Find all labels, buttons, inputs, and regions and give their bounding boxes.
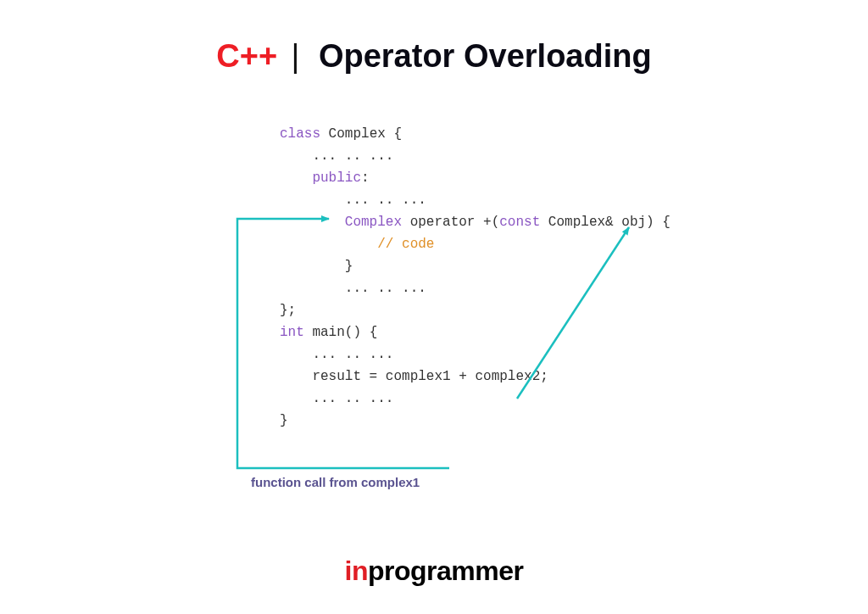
code-text: Complex { [320, 126, 402, 142]
code-line-1: class Complex { [280, 123, 670, 145]
annotation-text: function call from complex1 [251, 475, 420, 489]
footer-in: in [345, 555, 368, 586]
footer-logo: inprogrammer [0, 555, 868, 587]
title-separator: | [292, 38, 300, 74]
code-colon: : [361, 170, 370, 186]
code-indent [280, 170, 312, 186]
code-block: class Complex { ... .. ... public: ... .… [280, 123, 670, 432]
code-text: main() { [304, 325, 377, 340]
keyword-class: class [280, 126, 320, 142]
code-line-8: ... .. ... [280, 277, 670, 299]
title-prefix: C++ [216, 38, 277, 74]
keyword-const: const [499, 215, 540, 230]
code-text: Complex& obj) { [540, 215, 670, 230]
title-main: Operator Overloading [319, 38, 652, 74]
code-line-9: }; [280, 299, 670, 321]
code-line-12: ... .. ... [280, 343, 670, 366]
code-indent [280, 237, 377, 252]
code-line-4: ... .. ... [280, 189, 670, 211]
code-indent [280, 215, 345, 230]
code-line-3: public: [280, 167, 670, 189]
comment: // code [377, 237, 434, 252]
keyword-complex: Complex [345, 215, 402, 230]
keyword-public: public [312, 170, 361, 186]
code-line-15: } [280, 410, 670, 432]
footer-programmer: programmer [368, 555, 524, 586]
code-line-14: ... .. ... [280, 388, 670, 410]
keyword-int: int [280, 325, 304, 340]
code-line-7: } [280, 255, 670, 277]
code-line-5: Complex operator +(const Complex& obj) { [280, 211, 670, 233]
page-title: C++ | Operator Overloading [0, 38, 868, 75]
code-line-2: ... .. ... [280, 145, 670, 167]
code-line-11: int main() { [280, 321, 670, 343]
code-line-6: // code [280, 233, 670, 255]
code-text: operator +( [402, 215, 499, 230]
code-line-13: result = complex1 + complex2; [280, 366, 670, 388]
